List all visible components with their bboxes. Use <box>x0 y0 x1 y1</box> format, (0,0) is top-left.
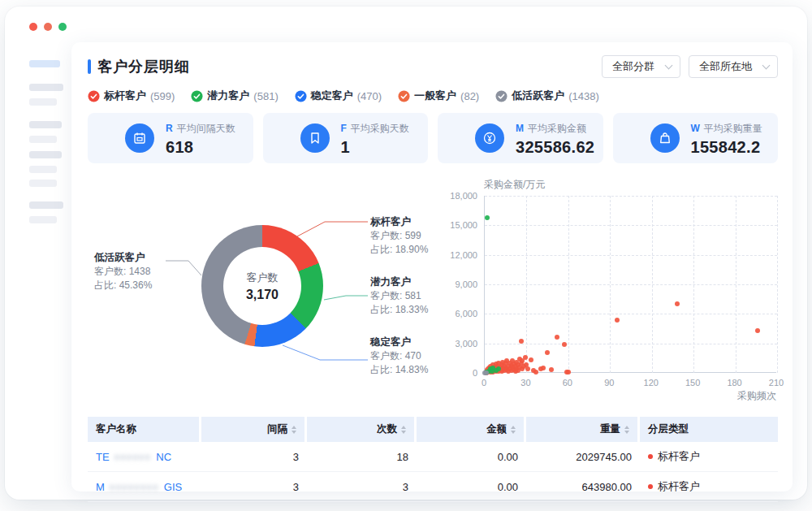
scatter-chart: 采购金额/万元 采购频次 030609012015018021003,0006,… <box>445 176 778 405</box>
gridline <box>777 196 778 373</box>
sidebar-skeleton-bar <box>29 151 62 158</box>
customer-name-link[interactable]: MooooooooGIS <box>88 472 201 501</box>
chevron-down-icon <box>665 61 673 69</box>
legend-item-一般客户[interactable]: 一般客户(82) <box>398 89 479 103</box>
stat-card-frequency: F平均采购天数 1 <box>263 113 429 163</box>
donut-center-label: 客户数 <box>247 271 279 285</box>
scatter-point-标杆客户 <box>519 339 524 344</box>
stat-label: 平均采购重量 <box>704 123 762 134</box>
scatter-point-标杆客户 <box>549 367 554 372</box>
chevron-down-icon <box>762 61 771 69</box>
legend-item-潜力客户[interactable]: 潜力客户(581) <box>191 89 278 103</box>
gridline <box>485 196 777 197</box>
table-row[interactable]: TEooooooNC3180.002029745.00标杆客户 <box>88 442 778 472</box>
legend-item-低活跃客户[interactable]: 低活跃客户(1438) <box>495 89 599 103</box>
filter-group-select[interactable]: 全部分群 <box>602 55 680 78</box>
legend-name: 一般客户 <box>414 89 456 103</box>
x-tick-label: 0 <box>472 378 496 388</box>
sidebar-skeleton <box>29 60 75 223</box>
stat-label: 平均间隔天数 <box>177 123 235 134</box>
interval-cell: 3 <box>201 442 307 471</box>
legend-count: (82) <box>460 90 479 102</box>
gridline <box>485 344 777 344</box>
column-header-间隔[interactable]: 间隔 <box>201 417 307 442</box>
window-controls <box>29 23 67 31</box>
x-tick-label: 120 <box>639 378 663 388</box>
stat-value: 618 <box>166 138 235 157</box>
scatter-point-标杆客户 <box>675 301 680 306</box>
sidebar-skeleton-bar <box>29 121 62 128</box>
stat-value: 155842.2 <box>691 138 762 157</box>
legend-name: 稳定客户 <box>311 89 353 103</box>
customer-name-link[interactable]: TEooooooNC <box>88 442 201 471</box>
x-tick-label: 210 <box>764 378 788 388</box>
column-label: 金额 <box>486 422 507 436</box>
table-row[interactable]: MooooooooGIS330.00643980.00标杆客户 <box>88 472 778 502</box>
segment-dot-icon <box>648 484 653 489</box>
column-label: 分层类型 <box>648 422 689 436</box>
close-window-icon[interactable] <box>29 23 37 31</box>
gridline <box>485 225 777 226</box>
scatter-point-标杆客户 <box>545 350 550 355</box>
x-tick-label: 90 <box>597 378 621 388</box>
weight-cell: 2029745.00 <box>526 442 640 471</box>
scatter-point-标杆客户 <box>555 335 559 340</box>
column-header-金额[interactable]: 金额 <box>417 417 526 442</box>
bag-icon <box>650 123 680 153</box>
minimize-window-icon[interactable] <box>44 23 52 31</box>
stat-letter: W <box>691 123 700 134</box>
callout-stable: 稳定客户 客户数: 470 占比: 14.83% <box>370 336 428 377</box>
stat-card-weight: W平均采购重量 155842.2 <box>613 113 779 163</box>
stat-letter: R <box>166 123 173 134</box>
scatter-point-标杆客户 <box>562 342 567 347</box>
customer-table: 客户名称间隔次数金额重量分层类型 TEooooooNC3180.00202974… <box>88 417 778 502</box>
legend-item-标杆客户[interactable]: 标杆客户(599) <box>88 89 175 103</box>
y-tick-label: 0 <box>445 368 477 378</box>
sort-icon[interactable] <box>624 426 629 434</box>
page-title: 客户分层明细 <box>97 57 190 76</box>
sidebar-skeleton-bar <box>29 216 57 223</box>
sort-icon[interactable] <box>401 426 406 434</box>
sidebar-skeleton-bar <box>29 166 57 173</box>
scatter-point-标杆客户 <box>615 318 620 323</box>
stat-cards: R平均间隔天数 618 F平均采购天数 1 M平均采购金额 <box>88 113 778 163</box>
legend-item-稳定客户[interactable]: 稳定客户(470) <box>295 89 382 103</box>
sidebar-skeleton-bar <box>29 98 57 106</box>
calendar-icon <box>125 123 154 153</box>
main-panel: 客户分层明细 全部分群 全部所在地 标杆客户(599)潜力客户(581)稳定客户… <box>71 42 793 492</box>
segment-legend: 标杆客户(599)潜力客户(581)稳定客户(470)一般客户(82)低活跃客户… <box>88 89 778 103</box>
segment-type-cell: 标杆客户 <box>640 442 778 471</box>
stat-card-recency: R平均间隔天数 618 <box>88 113 253 163</box>
scatter-point-潜力客户 <box>485 215 490 220</box>
sidebar-skeleton-bar <box>29 180 57 187</box>
sort-icon[interactable] <box>511 426 516 434</box>
column-header-重量[interactable]: 重量 <box>526 417 640 442</box>
stat-value: 1 <box>341 138 409 157</box>
filter-location-select[interactable]: 全部所在地 <box>689 55 778 78</box>
weight-cell: 643980.00 <box>526 472 640 501</box>
amount-cell: 0.00 <box>417 472 526 501</box>
y-tick-label: 6,000 <box>445 309 477 318</box>
legend-count: (1438) <box>568 90 599 102</box>
check-circle-icon <box>88 90 100 102</box>
column-label: 客户名称 <box>96 422 136 436</box>
times-cell: 18 <box>307 442 417 471</box>
check-circle-icon <box>398 90 410 102</box>
callout-benchmark: 标杆客户 客户数: 599 占比: 18.90% <box>370 215 428 257</box>
sidebar-skeleton-bar <box>29 84 63 91</box>
column-header-客户名称: 客户名称 <box>88 417 201 442</box>
stat-letter: M <box>516 123 524 134</box>
column-label: 重量 <box>600 422 620 436</box>
sort-icon[interactable] <box>292 426 296 434</box>
column-header-次数[interactable]: 次数 <box>307 417 417 442</box>
column-header-分层类型: 分层类型 <box>640 417 778 442</box>
segment-type-cell: 标杆客户 <box>640 472 778 501</box>
stat-label: 平均采购天数 <box>351 123 409 134</box>
bookmark-icon <box>300 123 330 153</box>
maximize-window-icon[interactable] <box>58 23 67 31</box>
title-accent-bar <box>88 59 91 74</box>
segment-dot-icon <box>648 454 653 459</box>
donut-ring[interactable]: 客户数 3,170 <box>201 225 323 347</box>
column-label: 次数 <box>377 422 397 436</box>
check-circle-icon <box>191 90 203 102</box>
